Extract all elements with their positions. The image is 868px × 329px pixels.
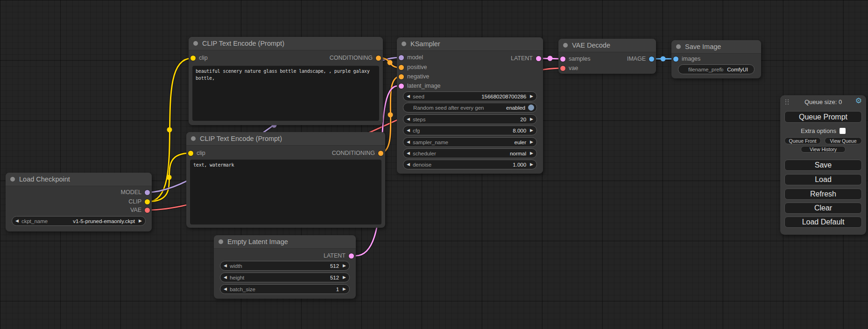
view-history-button[interactable]: View History: [801, 146, 846, 153]
output-model[interactable]: MODEL: [121, 189, 150, 196]
collapse-dot-icon[interactable]: [219, 239, 223, 244]
latent-port-icon[interactable]: [349, 253, 354, 259]
increment-arrow-icon[interactable]: ▶: [530, 162, 533, 167]
conditioning-port-icon[interactable]: [399, 74, 404, 79]
link-midpoint-dot[interactable]: [167, 175, 172, 180]
increment-arrow-icon[interactable]: ▶: [343, 275, 346, 280]
input-clip[interactable]: clip: [188, 150, 205, 156]
widget-scheduler[interactable]: ◀ scheduler normal ▶: [403, 148, 537, 158]
node-title-bar[interactable]: CLIP Text Encode (Prompt): [186, 132, 385, 146]
node-load-checkpoint[interactable]: Load Checkpoint MODEL CLIP VAE ◀ ckpt_na…: [6, 173, 152, 231]
latent-port-icon[interactable]: [399, 84, 404, 89]
refresh-button[interactable]: Refresh: [784, 189, 862, 200]
link-midpoint-dot[interactable]: [388, 60, 393, 65]
decrement-arrow-icon[interactable]: ◀: [407, 117, 410, 121]
output-latent[interactable]: LATENT: [511, 55, 541, 62]
output-conditioning[interactable]: CONDITIONING: [330, 55, 381, 61]
increment-arrow-icon[interactable]: ▶: [530, 140, 533, 144]
input-vae[interactable]: vae: [560, 65, 578, 71]
node-empty-latent-image[interactable]: Empty Latent Image LATENT ◀ width 512 ▶ …: [214, 235, 356, 299]
clear-button[interactable]: Clear: [784, 203, 862, 214]
output-clip[interactable]: CLIP: [128, 198, 150, 205]
increment-arrow-icon[interactable]: ▶: [530, 128, 533, 133]
load-default-button[interactable]: Load Default: [784, 217, 862, 228]
widget-random-seed-toggle[interactable]: Random seed after every gen enabled: [403, 103, 537, 112]
decrement-arrow-icon[interactable]: ◀: [407, 162, 410, 167]
widget-filename-prefix[interactable]: filename_prefix ComfyUI: [678, 64, 755, 74]
increment-arrow-icon[interactable]: ▶: [530, 151, 533, 155]
node-title-bar[interactable]: Save Image: [671, 40, 761, 54]
node-title-bar[interactable]: Empty Latent Image: [214, 235, 356, 249]
collapse-dot-icon[interactable]: [191, 136, 196, 141]
output-image[interactable]: IMAGE: [627, 56, 654, 62]
clip-port-icon[interactable]: [145, 199, 150, 204]
prompt-text-positive[interactable]: beautiful scenery nature glass bottle la…: [192, 66, 379, 121]
link-midpoint-dot[interactable]: [167, 127, 172, 133]
increment-arrow-icon[interactable]: ▶: [530, 117, 533, 121]
collapse-dot-icon[interactable]: [676, 44, 681, 49]
decrement-arrow-icon[interactable]: ◀: [15, 219, 19, 223]
input-negative[interactable]: negative: [399, 73, 429, 80]
conditioning-port-icon[interactable]: [399, 65, 404, 70]
model-port-icon[interactable]: [145, 190, 150, 195]
output-latent[interactable]: LATENT: [324, 252, 354, 259]
node-title-bar[interactable]: Load Checkpoint: [6, 173, 152, 186]
widget-seed[interactable]: ◀ seed 156680208700286 ▶: [403, 91, 537, 101]
link-midpoint-dot[interactable]: [388, 112, 393, 118]
image-port-icon[interactable]: [673, 56, 678, 62]
view-queue-button[interactable]: View Queue: [825, 137, 862, 144]
prompt-text-negative[interactable]: text, watermark: [190, 160, 381, 224]
decrement-arrow-icon[interactable]: ◀: [407, 94, 410, 98]
conditioning-port-icon[interactable]: [376, 56, 381, 61]
widget-steps[interactable]: ◀ steps 20 ▶: [403, 114, 537, 124]
decrement-arrow-icon[interactable]: ◀: [407, 128, 410, 133]
input-positive[interactable]: positive: [399, 64, 427, 70]
latent-port-icon[interactable]: [560, 56, 565, 62]
node-clip-text-encode-positive[interactable]: CLIP Text Encode (Prompt) clip CONDITION…: [189, 37, 383, 125]
node-ksampler[interactable]: KSampler model positive negative latent_…: [397, 37, 543, 174]
clip-port-icon[interactable]: [188, 151, 193, 156]
vae-port-icon[interactable]: [560, 66, 565, 71]
node-clip-text-encode-negative[interactable]: CLIP Text Encode (Prompt) clip CONDITION…: [186, 132, 385, 228]
collapse-dot-icon[interactable]: [402, 42, 406, 46]
queue-front-button[interactable]: Queue Front: [784, 137, 821, 144]
widget-denoise[interactable]: ◀ denoise 1.000 ▶: [403, 160, 537, 169]
collapse-dot-icon[interactable]: [193, 41, 198, 46]
increment-arrow-icon[interactable]: ▶: [530, 94, 533, 98]
decrement-arrow-icon[interactable]: ◀: [224, 264, 227, 268]
increment-arrow-icon[interactable]: ▶: [139, 219, 142, 223]
vae-port-icon[interactable]: [145, 208, 150, 213]
collapse-dot-icon[interactable]: [10, 177, 15, 182]
widget-width[interactable]: ◀ width 512 ▶: [220, 261, 350, 271]
widget-ckpt-name[interactable]: ◀ ckpt_name v1-5-pruned-emaonly.ckpt ▶: [12, 216, 146, 226]
output-vae[interactable]: VAE: [130, 207, 150, 213]
model-port-icon[interactable]: [399, 55, 404, 60]
node-save-image[interactable]: Save Image images filename_prefix ComfyU…: [671, 40, 761, 78]
node-title-bar[interactable]: KSampler: [397, 37, 543, 51]
toggle-on-icon[interactable]: [528, 105, 534, 111]
input-model[interactable]: model: [399, 54, 423, 61]
queue-prompt-button[interactable]: Queue Prompt: [784, 111, 862, 123]
conditioning-port-icon[interactable]: [378, 151, 383, 156]
decrement-arrow-icon[interactable]: ◀: [224, 275, 227, 280]
image-port-icon[interactable]: [649, 56, 654, 62]
input-clip[interactable]: clip: [191, 55, 208, 61]
input-images[interactable]: images: [673, 56, 700, 62]
increment-arrow-icon[interactable]: ▶: [343, 264, 346, 268]
link-midpoint-dot[interactable]: [661, 56, 666, 62]
load-button[interactable]: Load: [784, 174, 862, 185]
decrement-arrow-icon[interactable]: ◀: [224, 287, 227, 291]
node-title-bar[interactable]: VAE Decode: [558, 39, 656, 52]
increment-arrow-icon[interactable]: ▶: [343, 287, 346, 291]
input-latent-image[interactable]: latent_image: [399, 83, 441, 89]
decrement-arrow-icon[interactable]: ◀: [407, 151, 410, 155]
link-midpoint-dot[interactable]: [548, 56, 553, 61]
output-conditioning[interactable]: CONDITIONING: [332, 150, 383, 156]
latent-port-icon[interactable]: [536, 56, 541, 61]
node-title-bar[interactable]: CLIP Text Encode (Prompt): [189, 37, 383, 50]
extra-options-checkbox[interactable]: [840, 128, 846, 134]
widget-batch-size[interactable]: ◀ batch_size 1 ▶: [220, 284, 350, 294]
decrement-arrow-icon[interactable]: ◀: [407, 140, 410, 144]
widget-sampler-name[interactable]: ◀ sampler_name euler ▶: [403, 137, 537, 147]
collapse-dot-icon[interactable]: [563, 43, 568, 48]
